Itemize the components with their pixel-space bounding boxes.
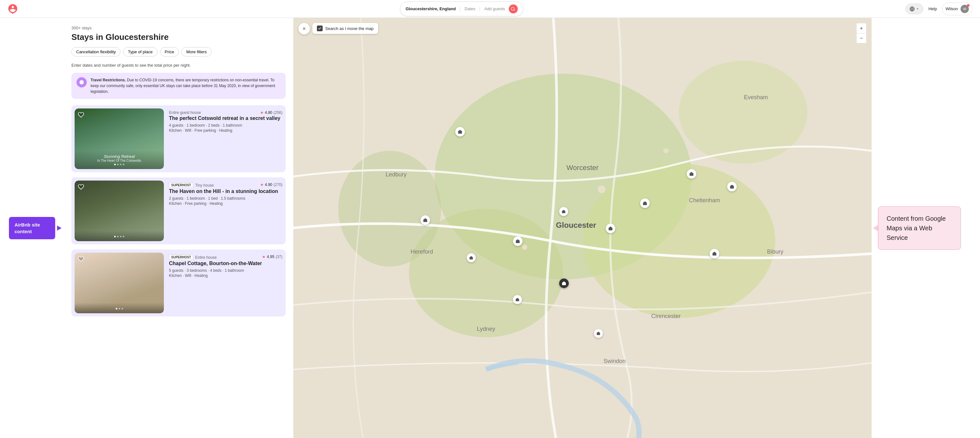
review-count: (256)	[274, 110, 282, 115]
maps-arrow	[873, 225, 878, 231]
home-icon-active	[562, 281, 566, 286]
home-icon	[458, 129, 463, 134]
map-svg: Worcester Gloucester Cheltenham Hereford…	[293, 18, 872, 438]
card-amenities-2: Kitchen · Free parking · Heating	[169, 201, 282, 206]
svg-text:Lydney: Lydney	[477, 326, 496, 332]
svg-text:Gloucester: Gloucester	[556, 221, 597, 230]
home-icon-9	[515, 297, 520, 302]
rating-value: 4.80	[265, 110, 272, 115]
airbnb-arrow	[57, 226, 62, 231]
filters: Cancellation flexibility Type of place P…	[72, 47, 286, 56]
zoom-controls: + −	[856, 23, 867, 43]
maps-label: Content from Google Maps via a Web Servi…	[878, 206, 961, 250]
map-close-button[interactable]: ×	[298, 23, 310, 35]
header-right: Help Wilson W	[905, 3, 972, 15]
card-header-3: SUPERHOST Entire house ★ 4.95 (37)	[169, 255, 282, 261]
center-content: 300+ stays Stays in Gloucestershire Canc…	[64, 18, 872, 438]
cancellation-filter[interactable]: Cancellation flexibility	[72, 47, 121, 56]
alert-banner: Travel Restrictions. Due to COVID-19 con…	[72, 73, 286, 99]
search-bar[interactable]: Gloucestershire, England | Dates | Add g…	[400, 2, 523, 16]
logo[interactable]	[8, 4, 18, 14]
map-pin-4[interactable]	[606, 224, 615, 233]
listing-card[interactable]: SUPERHOST Tiny house ★ 4.90 (270) The Ha…	[72, 177, 286, 244]
zoom-out-button[interactable]: −	[856, 33, 867, 43]
svg-text:Cirencester: Cirencester	[651, 313, 681, 319]
card-title-2: The Haven on the Hill - in a stunning lo…	[169, 188, 282, 194]
language-button[interactable]	[905, 3, 923, 14]
star-icon-2: ★	[260, 183, 264, 187]
search-guests[interactable]: Add guests	[484, 6, 505, 11]
airbnb-annotation: AirBnb site content	[9, 217, 55, 239]
svg-text:Swindon: Swindon	[603, 358, 626, 364]
wishlist-button[interactable]	[78, 184, 84, 191]
card-amenities: Kitchen · Wifi · Free parking · Heating	[169, 128, 282, 133]
search-location: Gloucestershire, England	[406, 6, 456, 11]
map-pin-11[interactable]	[467, 253, 476, 262]
map-pin-3[interactable]	[513, 236, 522, 246]
image-dots-3	[78, 308, 160, 309]
search-icon	[511, 7, 515, 11]
map-pin-12[interactable]	[559, 207, 568, 216]
home-icon-12	[562, 209, 566, 214]
map-pin-6[interactable]	[687, 169, 696, 178]
chevron-down-icon	[916, 7, 919, 11]
image-dots	[78, 164, 160, 165]
left-panel: 300+ stays Stays in Gloucestershire Canc…	[64, 18, 293, 438]
overlay-title: Stunning Retreat	[78, 154, 160, 159]
card-image-3	[75, 253, 164, 313]
alert-text: Travel Restrictions. Due to COVID-19 con…	[91, 77, 280, 94]
map-pin-10[interactable]	[594, 329, 603, 338]
home-icon-7	[729, 184, 735, 189]
superhost-badge-3: SUPERHOST	[169, 255, 193, 260]
alert-icon	[76, 77, 87, 88]
home-icon-6	[689, 171, 694, 177]
card-type-2: SUPERHOST Tiny house	[169, 183, 214, 188]
search-dates[interactable]: Dates	[465, 6, 475, 11]
search-as-move-label: Search as I move the map	[325, 26, 374, 31]
help-link[interactable]: Help	[928, 6, 937, 11]
airbnb-logo-icon	[8, 4, 18, 14]
superhost-badge: SUPERHOST	[169, 183, 193, 188]
review-count-2: (270)	[274, 183, 282, 187]
alert-title: Travel Restrictions.	[91, 78, 126, 82]
overlay-subtitle: In The Heart Of The Cotswolds	[78, 159, 160, 162]
search-as-move-checkbox[interactable]: Search as I move the map	[312, 23, 378, 34]
map-pin-7[interactable]	[727, 182, 737, 191]
card-header-2: SUPERHOST Tiny house ★ 4.90 (270)	[169, 183, 282, 188]
home-icon-11	[469, 255, 473, 260]
shield-icon	[79, 80, 84, 85]
user-menu[interactable]: Wilson W	[942, 3, 972, 15]
home-icon-4	[608, 226, 613, 231]
checkbox-checked	[317, 25, 323, 31]
search-button[interactable]	[509, 5, 518, 13]
wishlist-button-3[interactable]	[78, 256, 84, 263]
price-note: Enter dates and number of guests to see …	[72, 63, 286, 68]
zoom-in-button[interactable]: +	[856, 23, 867, 33]
card-rating-3: ★ 4.95 (37)	[262, 255, 282, 259]
result-title: Stays in Gloucestershire	[72, 32, 286, 42]
left-annotation-area: AirBnb site content	[0, 18, 64, 438]
svg-point-11	[522, 245, 527, 250]
card-amenities-3: Kitchen · Wifi · Heating	[169, 273, 282, 278]
home-icon-5	[643, 201, 648, 206]
card-info-3: SUPERHOST Entire house ★ 4.95 (37) Chape…	[169, 253, 282, 313]
heart-icon	[78, 111, 84, 118]
listing-card-3[interactable]: SUPERHOST Entire house ★ 4.95 (37) Chape…	[72, 250, 286, 317]
map-pin-active[interactable]	[559, 279, 569, 288]
svg-point-5	[582, 164, 775, 318]
map-pin-2[interactable]	[420, 215, 430, 225]
listing-card[interactable]: Stunning Retreat In The Heart Of The Cot…	[72, 105, 286, 172]
wishlist-button[interactable]	[78, 111, 84, 119]
card-header: Entire guest house ★ 4.80 (256)	[169, 110, 282, 115]
svg-text:Worcester: Worcester	[566, 164, 599, 172]
more-filters-button[interactable]: More filters	[181, 47, 212, 56]
price-filter[interactable]: Price	[160, 47, 179, 56]
svg-point-9	[598, 185, 605, 193]
card-image-2	[75, 180, 164, 241]
checkmark-icon	[318, 27, 322, 30]
card-type-3: SUPERHOST Entire house	[169, 255, 217, 260]
type-filter[interactable]: Type of place	[123, 47, 157, 56]
card-details: 4 guests · 1 bedroom · 2 beds · 1 bathro…	[169, 123, 282, 127]
card-rating-2: ★ 4.90 (270)	[260, 183, 282, 187]
card-details-2: 2 guests · 1 bedroom · 1 bed · 1.5 bathr…	[169, 196, 282, 201]
